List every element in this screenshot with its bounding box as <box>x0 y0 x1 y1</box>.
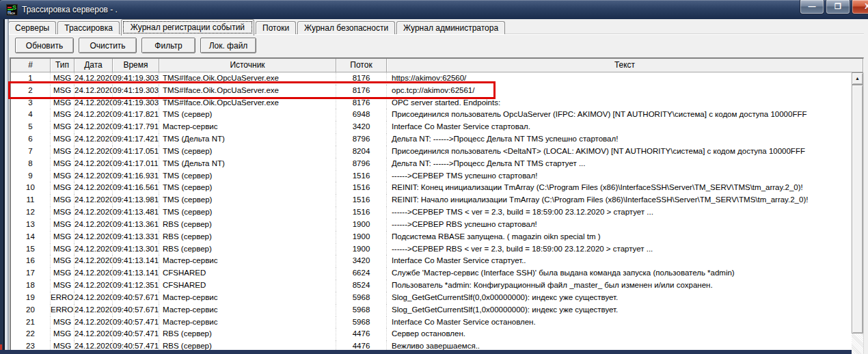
table-row[interactable]: 2MSG24.12.202009:41:19.303TMS#Iface.Oik.… <box>11 85 852 97</box>
cell-date: 24.12.2020 <box>74 255 113 267</box>
column-header[interactable]: Тип <box>51 59 74 72</box>
tab-threads[interactable]: Потоки <box>256 21 296 34</box>
column-header[interactable]: Поток <box>336 59 387 72</box>
cell-thread: 3420 <box>336 121 387 133</box>
table-row[interactable]: 12MSG24.12.202009:41:13.481TMS (сервер)1… <box>11 206 852 219</box>
cell-type: MSG <box>51 255 74 267</box>
cell-date: 24.12.2020 <box>74 267 113 280</box>
cell-text: Присоединился пользователь OpcUaServer (… <box>387 109 852 121</box>
cell-num: 11 <box>11 194 51 206</box>
cell-time: 09:41:13.331 <box>113 231 159 243</box>
cell-thread: 3420 <box>336 255 387 267</box>
cell-date: 24.12.2020 <box>74 133 113 146</box>
table-row[interactable]: 9MSG24.12.202009:41:16.931TMS (сервер)15… <box>11 170 852 182</box>
cell-date: 24.12.2020 <box>74 85 113 97</box>
title-bar: Strace Трассировка серверов - . — ❐ X <box>0 0 868 19</box>
table-row[interactable]: 3MSG24.12.202009:41:19.303TMS#Iface.Oik.… <box>11 97 852 109</box>
scrollbar-up-icon[interactable]: ▲ <box>852 72 863 85</box>
table-row[interactable]: 17MSG24.12.202009:41:13.141CFSHARED6624С… <box>11 267 852 280</box>
table-row[interactable]: 6MSG24.12.202009:41:17.421TMS (Дельта NT… <box>11 133 852 146</box>
table-row[interactable]: 5MSG24.12.202009:41:17.791Мастер-сервис3… <box>11 121 852 133</box>
cell-text: Присоединился пользователь <DeltaNT> (LO… <box>387 146 852 158</box>
cell-date: 24.12.2020 <box>74 182 113 194</box>
vertical-scrollbar[interactable]: ▲ <box>852 72 863 354</box>
table-row[interactable]: 19ERROR24.12.202009:40:57.671Мастер-серв… <box>11 292 852 304</box>
cell-date: 24.12.2020 <box>74 328 113 340</box>
cell-time: 09:41:19.303 <box>113 72 159 85</box>
clear-button[interactable]: Очистить <box>79 38 137 53</box>
cell-thread: 8796 <box>336 133 387 146</box>
tab-security-log[interactable]: Журнал безопасности <box>297 21 395 34</box>
column-header[interactable]: Источник <box>159 59 336 72</box>
background-window-bottom-edge <box>0 350 852 354</box>
cell-num: 13 <box>11 219 51 231</box>
cell-thread: 1900 <box>336 219 387 231</box>
filter-button[interactable]: Фильтр <box>141 38 195 53</box>
tab-admin-log[interactable]: Журнал администратора <box>396 21 505 34</box>
cell-num: 10 <box>11 182 51 194</box>
close-button[interactable]: X <box>852 0 868 14</box>
cell-time: 09:40:57.671 <box>113 292 159 304</box>
column-header[interactable]: Текст <box>387 59 863 72</box>
cell-type: MSG <box>51 316 74 329</box>
cell-source: TMS (сервер) <box>159 109 336 121</box>
cell-time: 09:41:13.481 <box>113 206 159 219</box>
cell-source: TMS#Iface.Oik.OpcUaServer.exe <box>159 72 336 85</box>
tab-servers[interactable]: Серверы <box>8 21 56 34</box>
cell-text: Сервер остановлен. <box>387 328 852 340</box>
cell-thread: 8176 <box>336 97 387 109</box>
cell-text: Interface Co Master Service стартовал. <box>387 121 852 133</box>
tab-trace[interactable]: Трассировка <box>57 21 120 34</box>
cell-date: 24.12.2020 <box>74 206 113 219</box>
table-row[interactable]: 11MSG24.12.202009:41:13.981TMS (сервер)1… <box>11 194 852 206</box>
cell-text: Slog_GetGetCurrentSlf(1,0x00000000): инд… <box>387 304 852 316</box>
refresh-button[interactable]: Обновить <box>15 38 74 53</box>
cell-date: 24.12.2020 <box>74 243 113 256</box>
column-header[interactable]: Дата <box>74 59 113 72</box>
column-header[interactable]: Время <box>113 59 159 72</box>
table-row[interactable]: 14MSG24.12.202009:41:13.331RBS (сервер)1… <box>11 231 852 243</box>
cell-thread: 5968 <box>336 304 387 316</box>
cell-time: 09:41:17.821 <box>113 109 159 121</box>
column-header[interactable]: # <box>11 59 51 72</box>
cell-num: 3 <box>11 97 51 109</box>
table-row[interactable]: 8MSG24.12.202009:41:17.011TMS (Дельта NT… <box>11 158 852 170</box>
table-row[interactable]: 21MSG24.12.202009:40:57.471Мастер-сервис… <box>11 316 852 329</box>
tab-event-log[interactable]: Журнал регистрации событий <box>121 19 254 36</box>
cell-text: Дельта NT: ------>Процесс Дельта NT TMS … <box>387 133 852 146</box>
cell-source: TMS (Дельта NT) <box>159 158 336 170</box>
table-row[interactable]: 1MSG24.12.202009:41:19.303TMS#Iface.Oik.… <box>11 72 852 85</box>
table-rows: 1MSG24.12.202009:41:19.303TMS#Iface.Oik.… <box>11 72 852 354</box>
table-body: 1MSG24.12.202009:41:19.303TMS#Iface.Oik.… <box>11 72 863 354</box>
cell-source: TMS (сервер) <box>159 170 336 182</box>
table-row[interactable]: 16MSG24.12.202009:41:13.141Мастер-сервис… <box>11 255 852 267</box>
cell-source: Мастер-сервис <box>159 316 336 329</box>
scrollbar-thumb[interactable] <box>852 85 863 333</box>
cell-time: 09:41:16.561 <box>113 182 159 194</box>
table-row[interactable]: 15MSG24.12.202009:41:13.301RBS (сервер)1… <box>11 243 852 256</box>
cell-type: MSG <box>51 267 74 280</box>
cell-text: ------>СЕРВЕР RBS < ver = 2.3, build = 1… <box>387 243 852 256</box>
table-row[interactable]: 13MSG24.12.202009:41:13.361RBS (сервер)1… <box>11 219 852 231</box>
cell-time: 09:41:16.931 <box>113 170 159 182</box>
cell-text: ------>СЕРВЕР RBS успешно стартовал! <box>387 219 852 231</box>
table-row[interactable]: 22MSG24.12.202009:40:57.471RBS (сервер)4… <box>11 328 852 340</box>
cell-text: Дельта NT: ------>Процесс Дельта NT TMS … <box>387 158 852 170</box>
table-row[interactable]: 18MSG24.12.202009:41:12.351CFSHARED8524П… <box>11 280 852 292</box>
cell-time: 09:41:17.051 <box>113 146 159 158</box>
table-row[interactable]: 20ERROR24.12.202009:40:57.671Мастер-серв… <box>11 304 852 316</box>
table-row[interactable]: 4MSG24.12.202009:41:17.821TMS (сервер)69… <box>11 109 852 121</box>
cell-type: MSG <box>51 109 74 121</box>
cell-type: MSG <box>51 182 74 194</box>
cell-source: TMS (Дельта NT) <box>159 133 336 146</box>
cell-text: REINIT: Начало инициализации TmArray (C:… <box>387 194 852 206</box>
table-row[interactable]: 10MSG24.12.202009:41:16.561TMS (сервер)1… <box>11 182 852 194</box>
cell-source: Мастер-сервис <box>159 121 336 133</box>
local-file-button[interactable]: Лок. файл <box>200 38 256 53</box>
maximize-button[interactable]: ❐ <box>826 0 850 14</box>
cell-thread: 1900 <box>336 243 387 256</box>
event-log-table: #ТипДатаВремяИсточникПотокТекст 1MSG24.1… <box>10 57 864 354</box>
cell-source: TMS (сервер) <box>159 194 336 206</box>
minimize-button[interactable]: — <box>800 0 824 14</box>
table-row[interactable]: 7MSG24.12.202009:41:17.051TMS (сервер)82… <box>11 146 852 158</box>
